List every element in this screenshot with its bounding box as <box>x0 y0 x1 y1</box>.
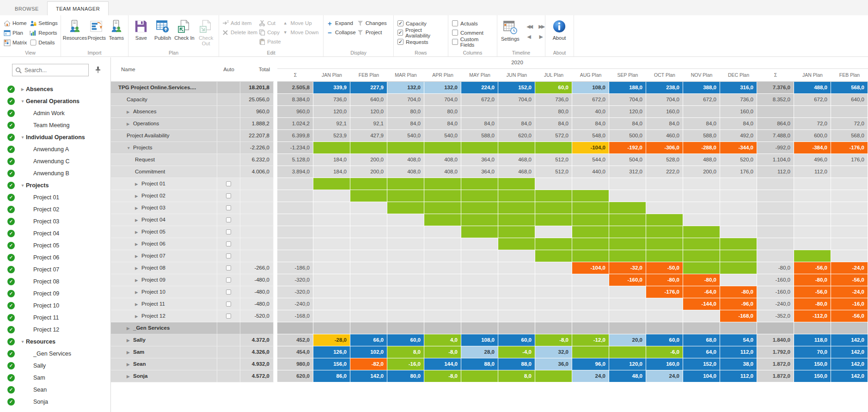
month-cell[interactable] <box>535 226 572 238</box>
month-cell[interactable]: 84,0 <box>646 118 683 130</box>
month-cell[interactable]: 620,0 <box>498 130 535 142</box>
month-cell[interactable] <box>535 298 572 310</box>
month-cell[interactable] <box>572 346 609 358</box>
row-name-cell[interactable]: Commitment <box>111 166 217 178</box>
tree-item-project-03[interactable]: ✓Project 03 <box>0 215 110 228</box>
tab-team-manager[interactable]: TEAM MANAGER <box>47 1 109 15</box>
month-cell[interactable] <box>461 226 498 238</box>
month-cell[interactable] <box>794 106 831 118</box>
month-cell[interactable]: 60,0 <box>387 334 424 346</box>
month-cell[interactable] <box>794 178 831 190</box>
month-cell[interactable] <box>683 106 720 118</box>
month-cell[interactable] <box>387 238 424 250</box>
month-cell[interactable] <box>461 274 498 286</box>
auto-checkbox[interactable] <box>226 265 231 271</box>
month-cell[interactable]: 339,9 <box>313 82 350 94</box>
month-cell[interactable] <box>498 202 535 214</box>
auto-cell[interactable] <box>217 286 240 298</box>
month-cell[interactable] <box>498 286 535 298</box>
month-cell[interactable]: -344,0 <box>720 142 757 154</box>
month-cell[interactable]: 84,0 <box>535 118 572 130</box>
month-cell[interactable] <box>313 142 350 154</box>
month-cell[interactable] <box>313 286 350 298</box>
tree-item-project-12[interactable]: ✓Project 12 <box>0 324 110 336</box>
tab-browse[interactable]: BROWSE <box>6 2 47 15</box>
month-cell[interactable] <box>313 214 350 226</box>
month-cell[interactable]: 84,0 <box>572 118 609 130</box>
month-cell[interactable]: 468,0 <box>498 166 535 178</box>
month-cell[interactable]: 120,0 <box>609 358 646 370</box>
month-cell[interactable] <box>424 262 461 274</box>
ribbon-button-expand[interactable]: +Expand <box>326 18 356 28</box>
month-cell[interactable]: -24,0 <box>831 286 868 298</box>
auto-cell[interactable] <box>217 238 240 250</box>
month-cell[interactable]: 512,0 <box>535 154 572 166</box>
tree-item-project-07[interactable]: ✓Project 07 <box>0 264 110 276</box>
month-cell[interactable]: 20,0 <box>609 334 646 346</box>
month-cell[interactable]: 80,0 <box>424 106 461 118</box>
month-cell[interactable]: -176,0 <box>646 286 683 298</box>
month-cell[interactable]: 120,0 <box>609 106 646 118</box>
month-cell[interactable] <box>720 226 757 238</box>
month-cell[interactable] <box>609 226 646 238</box>
month-cell[interactable]: -82,0 <box>350 358 387 370</box>
chevron-expanded-icon[interactable]: ▼ <box>19 339 26 344</box>
month-cell[interactable] <box>387 286 424 298</box>
month-cell[interactable]: -8,0 <box>424 370 461 382</box>
tree-item-sally[interactable]: ✓Sally <box>0 360 110 372</box>
month-cell[interactable]: 672,0 <box>461 94 498 106</box>
month-cell[interactable] <box>683 190 720 202</box>
next-year-icon[interactable]: ▶▶ <box>538 24 544 30</box>
month-cell[interactable] <box>683 202 720 214</box>
month-cell[interactable]: 104,0 <box>683 370 720 382</box>
month-cell[interactable]: 200,0 <box>350 154 387 166</box>
month-cell[interactable]: 4,0 <box>424 334 461 346</box>
ribbon-button-plan[interactable]: Plan <box>4 28 27 37</box>
month-cell[interactable] <box>387 214 424 226</box>
month-cell[interactable]: 160,0 <box>646 106 683 118</box>
month-cell[interactable]: -8,0 <box>424 346 461 358</box>
month-cell[interactable] <box>461 142 498 154</box>
month-cell[interactable] <box>313 262 350 274</box>
month-cell[interactable] <box>498 238 535 250</box>
row-name-cell[interactable]: ▶Operations <box>111 118 217 130</box>
auto-cell[interactable] <box>217 202 240 214</box>
tree-item-anwendung-c[interactable]: ✓Anwendung C <box>0 155 110 167</box>
chevron-collapsed-icon[interactable]: ▶ <box>135 203 141 214</box>
tree-item-projects[interactable]: ✓▼Projects <box>0 179 110 191</box>
month-cell[interactable] <box>609 250 646 262</box>
ribbon-button-resources[interactable]: Resources <box>63 18 87 41</box>
month-cell[interactable]: 704,0 <box>387 94 424 106</box>
ribbon-button-check-in[interactable]: Check In <box>174 18 196 41</box>
chevron-collapsed-icon[interactable]: ▶ <box>135 215 141 226</box>
month-cell[interactable]: 496,0 <box>794 154 831 166</box>
month-cell[interactable]: 736,0 <box>535 94 572 106</box>
month-cell[interactable] <box>572 202 609 214</box>
chevron-collapsed-icon[interactable]: ▶ <box>127 106 133 118</box>
auto-checkbox[interactable] <box>226 229 231 234</box>
month-cell[interactable] <box>461 298 498 310</box>
month-cell[interactable] <box>387 202 424 214</box>
month-cell[interactable]: 156,0 <box>313 358 350 370</box>
month-cell[interactable] <box>461 214 498 226</box>
month-cell[interactable] <box>387 226 424 238</box>
ribbon-button-paste[interactable]: Paste <box>258 37 281 46</box>
month-cell[interactable]: 408,0 <box>387 154 424 166</box>
tree-item-project-04[interactable]: ✓Project 04 <box>0 228 110 240</box>
month-cell[interactable]: 38,0 <box>720 358 757 370</box>
month-cell[interactable] <box>535 274 572 286</box>
month-cell[interactable]: -168,0 <box>720 310 757 322</box>
month-cell[interactable] <box>683 250 720 262</box>
month-cell[interactable]: -384,0 <box>794 142 831 154</box>
month-cell[interactable] <box>350 202 387 214</box>
month-cell[interactable]: -56,0 <box>831 274 868 286</box>
chevron-collapsed-icon[interactable]: ▶ <box>135 178 141 190</box>
chevron-collapsed-icon[interactable]: ▶ <box>135 287 141 298</box>
month-cell[interactable] <box>498 262 535 274</box>
month-cell[interactable] <box>350 310 387 322</box>
tree-item-team-meeting[interactable]: ✓Team Meeting <box>0 119 110 131</box>
month-cell[interactable] <box>535 142 572 154</box>
month-cell[interactable] <box>424 226 461 238</box>
ribbon-button-move-up[interactable]: ▲Move Up <box>282 18 319 28</box>
auto-checkbox[interactable] <box>226 314 231 319</box>
